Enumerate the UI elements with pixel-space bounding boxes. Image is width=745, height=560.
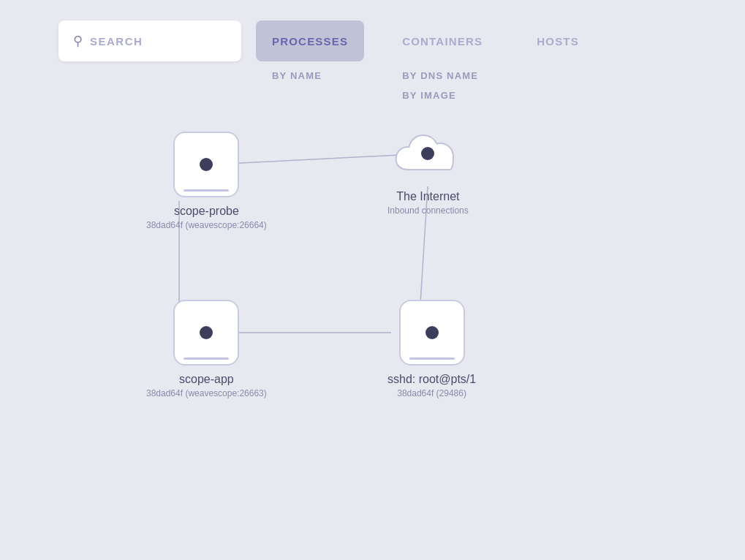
nav-tab-hosts[interactable]: HOSTS bbox=[521, 20, 595, 61]
node-scope-probe[interactable]: scope-probe 38dad64f (weavescope:26664) bbox=[146, 132, 267, 230]
node-subtitle-internet: Inbound connections bbox=[387, 205, 469, 216]
node-shape-sshd[interactable] bbox=[399, 300, 465, 366]
nav-group-containers: CONTAINERS BY DNS NAME BY IMAGE bbox=[386, 20, 499, 102]
nav-sub-by-dns-name[interactable]: BY DNS NAME bbox=[402, 69, 478, 83]
node-sshd[interactable]: sshd: root@pts/1 38dad64f (29486) bbox=[387, 300, 476, 398]
node-shape-scope-probe[interactable] bbox=[173, 132, 239, 197]
nav-group-processes: PROCESSES BY NAME bbox=[256, 20, 364, 83]
node-dot-scope-app bbox=[200, 326, 213, 339]
nav-sub-by-name[interactable]: BY NAME bbox=[272, 69, 322, 83]
node-subtitle-sshd: 38dad64f (29486) bbox=[397, 388, 466, 398]
node-subtitle-scope-app: 38dad64f (weavescope:26663) bbox=[146, 388, 267, 398]
connection-lines bbox=[0, 95, 745, 560]
node-dot-sshd bbox=[426, 326, 439, 339]
nav-tab-processes[interactable]: PROCESSES bbox=[256, 20, 364, 61]
node-internet[interactable]: The Internet Inbound connections bbox=[387, 124, 469, 216]
nav-tab-containers[interactable]: CONTAINERS bbox=[386, 20, 499, 61]
node-shape-internet[interactable] bbox=[387, 124, 468, 183]
search-icon: ⚲ bbox=[73, 33, 83, 49]
nav-sub-processes: BY NAME bbox=[256, 69, 322, 83]
search-label: SEARCH bbox=[90, 35, 143, 48]
node-scope-app[interactable]: scope-app 38dad64f (weavescope:26663) bbox=[146, 300, 267, 398]
top-bar: ⚲ SEARCH PROCESSES BY NAME CONTAINERS BY… bbox=[0, 0, 745, 102]
node-shape-scope-app[interactable] bbox=[173, 300, 239, 366]
node-title-scope-app: scope-app bbox=[179, 373, 234, 386]
node-subtitle-scope-probe: 38dad64f (weavescope:26664) bbox=[146, 220, 267, 230]
node-title-sshd: sshd: root@pts/1 bbox=[387, 373, 476, 386]
graph-area: scope-probe 38dad64f (weavescope:26664) … bbox=[0, 95, 745, 560]
node-title-scope-probe: scope-probe bbox=[174, 205, 239, 218]
node-dot-scope-probe bbox=[200, 158, 213, 171]
nav-group-hosts: HOSTS bbox=[521, 20, 595, 61]
search-box[interactable]: ⚲ SEARCH bbox=[58, 20, 241, 61]
node-title-internet: The Internet bbox=[396, 190, 459, 203]
